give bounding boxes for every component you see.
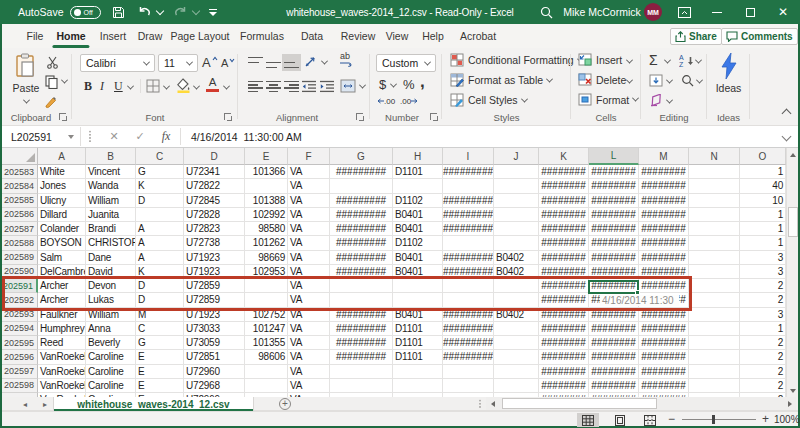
insert-cells-button[interactable]: Insert [578,53,622,66]
scroll-up-icon[interactable] [787,148,798,161]
accounting-format-dropdown-icon[interactable] [390,81,397,88]
cell-C202585[interactable]: D [136,194,184,208]
cell-N202592[interactable] [689,293,740,307]
cell-F202596[interactable]: VA [288,350,330,364]
cell-E202583[interactable]: 101366 [245,165,288,179]
cell-J202585[interactable] [494,194,539,208]
cell-N202588[interactable] [689,236,740,250]
share-button[interactable]: Share [670,28,722,45]
cell-A202589[interactable]: Salm [38,251,86,265]
formula-bar-splitter[interactable] [89,130,91,143]
cell-N202595[interactable] [689,336,740,350]
cell-H202593[interactable]: B0401 [393,308,443,322]
cell-B202594[interactable]: Anna [86,322,136,336]
name-box-dropdown-icon[interactable] [68,135,74,139]
zoom-slider[interactable] [682,419,756,420]
cell-I202592[interactable] [443,293,494,307]
cell-O202588[interactable]: 1 [740,236,786,250]
cell-H202589[interactable]: B0401 [393,251,443,265]
cell-O202586[interactable]: 1 [740,208,786,222]
center-icon[interactable] [266,80,281,93]
cell-F202583[interactable]: VA [288,165,330,179]
ribbon-tab-draw[interactable]: Draw [138,24,163,48]
cell-J202598[interactable] [494,379,539,393]
autosave-pill[interactable]: Off [70,6,101,19]
cell-I202597[interactable] [443,365,494,379]
cell-E202588[interactable]: 101262 [245,236,288,250]
font-size-select[interactable]: 11 [158,54,198,72]
cell-H202587[interactable]: B0401 [393,222,443,236]
cell-C202594[interactable]: C [136,322,184,336]
cell-C202588[interactable]: A [136,236,184,250]
cell-F202589[interactable]: VA [288,251,330,265]
cell-D202598[interactable]: U72968 [184,379,245,393]
cell-B202584[interactable]: Wanda [86,179,136,193]
column-header-K[interactable]: K [539,148,589,165]
cell-O202589[interactable]: 3 [740,251,786,265]
cell-C202597[interactable]: E [136,365,184,379]
cell-B202589[interactable]: Dane [86,251,136,265]
comments-button[interactable]: Comments [721,28,798,45]
cell-D202592[interactable]: U72859 [184,293,245,307]
clear-icon[interactable] [649,94,664,107]
increase-indent-icon[interactable] [320,80,334,93]
format-cells-dropdown-icon[interactable] [632,95,639,102]
cell-G202585[interactable]: ######### [330,194,393,208]
row-header-202594[interactable]: 202594 [2,322,38,336]
cell-A202595[interactable]: Reed [38,336,86,350]
page-break-view-icon[interactable] [639,413,661,427]
cell-M202595[interactable]: ######## [639,336,689,350]
row-header-202588[interactable]: 202588 [2,236,38,250]
cell-G202595[interactable]: ######### [330,336,393,350]
row-header-202596[interactable]: 202596 [2,350,38,364]
ribbon-tab-insert[interactable]: Insert [100,24,126,48]
row-header-202598[interactable]: 202598 [2,379,38,393]
cell-G202588[interactable]: ######### [330,236,393,250]
cell-O202598[interactable]: 2 [740,379,786,393]
cell-B202598[interactable]: Caroline [86,379,136,393]
ribbon-tab-file[interactable]: File [27,24,44,48]
cell-C202583[interactable]: G [136,165,184,179]
cell-O202583[interactable]: 1 [740,165,786,179]
orientation-icon[interactable] [304,54,318,68]
cell-L202597[interactable]: ######## [589,365,639,379]
cell-C202591[interactable]: D [136,279,184,293]
cell-K202598[interactable]: ######## [539,379,589,393]
cell-M202594[interactable]: ######## [639,322,689,336]
cell-K202593[interactable]: ######## [539,308,589,322]
cell-I202596[interactable]: ######### [443,350,494,364]
clear-dropdown-icon[interactable] [666,97,673,104]
redo-dropdown-icon[interactable] [191,6,199,14]
middle-align-icon[interactable] [266,56,281,69]
cell-E202594[interactable]: 101247 [245,322,288,336]
cell-F202584[interactable]: VA [288,179,330,193]
minimize-button[interactable] [701,0,733,24]
cell-L202591[interactable]: ######## [589,279,639,293]
cell-C202595[interactable]: G [136,336,184,350]
cell-M202588[interactable]: ######## [639,236,689,250]
cell-K202594[interactable]: ######## [539,322,589,336]
cell-L202583[interactable]: ######## [589,165,639,179]
cell-D202591[interactable]: U72859 [184,279,245,293]
cell-F202593[interactable]: VA [288,308,330,322]
cell-K202588[interactable]: ######## [539,236,589,250]
cell-N202598[interactable] [689,379,740,393]
collapse-ribbon-icon[interactable] [782,109,792,119]
cell-F202595[interactable]: VA [288,336,330,350]
cell-C202589[interactable]: A [136,251,184,265]
cell-C202592[interactable]: D [136,293,184,307]
zoom-in-icon[interactable]: + [762,412,769,426]
find-select-icon[interactable] [681,74,694,87]
cell-E202584[interactable] [245,179,288,193]
borders-icon[interactable] [146,79,160,93]
cell-G202598[interactable] [330,379,393,393]
column-header-C[interactable]: C [136,148,184,165]
cell-A202583[interactable]: White [38,165,86,179]
cell-A202586[interactable]: Dillard [38,208,86,222]
cell-G202583[interactable]: ######### [330,165,393,179]
cell-E202590[interactable]: 102953 [245,265,288,279]
cell-O202596[interactable]: 2 [740,350,786,364]
orientation-dropdown-icon[interactable] [321,58,328,65]
cell-C202596[interactable]: E [136,350,184,364]
row-header-202590[interactable]: 202590 [2,265,38,279]
